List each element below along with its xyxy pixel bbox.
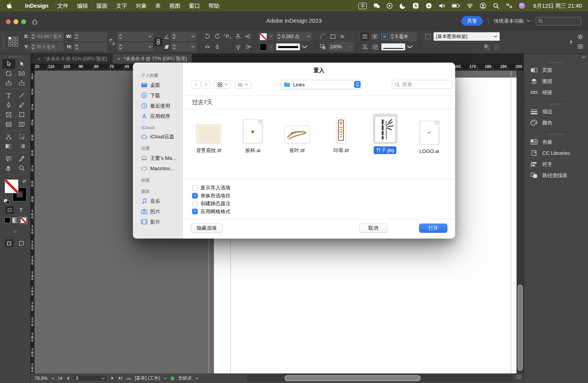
select-child-button[interactable]: [234, 43, 242, 51]
tool-button[interactable]: [15, 59, 28, 69]
tool-button[interactable]: [15, 132, 28, 141]
menubar-item[interactable]: 版面: [92, 3, 112, 9]
wrap-bounding-box-button[interactable]: [371, 32, 379, 41]
workspace-switcher[interactable]: 传统基本功能: [494, 18, 530, 25]
blend-mode-icon[interactable]: [319, 43, 327, 51]
tool-button[interactable]: [2, 69, 15, 78]
tool-button[interactable]: [15, 141, 28, 151]
scale-x-field[interactable]: [118, 32, 153, 41]
y-position-field[interactable]: 36.5 毫米: [30, 43, 63, 51]
preview-mode-button[interactable]: [17, 239, 26, 247]
group-by-select[interactable]: [234, 80, 251, 89]
stepper-icon[interactable]: [31, 33, 35, 40]
menubar-item[interactable]: 文件: [53, 3, 73, 9]
file-thumbnail[interactable]: [243, 120, 262, 143]
file-thumbnail[interactable]: [420, 121, 439, 144]
file-thumbnail[interactable]: [375, 117, 395, 142]
select-container-button[interactable]: ⌜P⌟: [223, 32, 232, 41]
break-link-style-icon[interactable]: [494, 44, 500, 50]
fill-proxy-swatch[interactable]: [5, 179, 18, 193]
wrap-object-shape-button[interactable]: [361, 43, 369, 51]
sidebar-item[interactable]: 最近使用: [133, 101, 182, 111]
page-select-icon[interactable]: [101, 377, 105, 380]
stroke-type-select[interactable]: [276, 43, 300, 50]
wifi-icon[interactable]: [467, 3, 473, 9]
tool-button[interactable]: [2, 91, 15, 100]
preflight-icon[interactable]: [126, 376, 131, 381]
stepper-icon[interactable]: [31, 44, 35, 50]
account-icon[interactable]: [480, 3, 486, 9]
page-number-field[interactable]: 3: [73, 375, 107, 381]
panel-group-drag-handle[interactable]: [550, 134, 562, 135]
file-item[interactable]: 竹子.jpg: [364, 114, 406, 154]
stepper-icon[interactable]: [75, 44, 78, 50]
panel-tab[interactable]: 图层: [524, 76, 588, 87]
panel-drag-handle[interactable]: [3, 34, 4, 50]
tool-button[interactable]: [2, 154, 15, 163]
spotlight-icon[interactable]: [493, 3, 499, 9]
sidebar-item[interactable]: 下载: [133, 90, 182, 101]
frame-fitting-icon[interactable]: [381, 33, 388, 40]
underline-style-select[interactable]: [381, 43, 405, 50]
file-item[interactable]: 印章.tif: [320, 114, 362, 154]
select-next-object-button[interactable]: [244, 32, 252, 41]
sidebar-item[interactable]: 照片: [133, 206, 182, 217]
cancel-button[interactable]: 取消: [359, 224, 388, 233]
s-app-icon[interactable]: S: [412, 3, 419, 9]
link-scale-icon[interactable]: [154, 38, 162, 46]
view-mode-select[interactable]: [214, 80, 231, 89]
stroke-weight-field[interactable]: 0.283 点: [276, 32, 311, 41]
menubar-item[interactable]: 视图: [165, 3, 185, 9]
preflight-status[interactable]: 无错误: [178, 375, 192, 381]
fill-color-swatch[interactable]: [260, 43, 267, 51]
download-circle-icon[interactable]: [426, 3, 432, 9]
panel-tab[interactable]: 色板: [524, 136, 588, 148]
x-position-field[interactable]: -62.667 毫米: [30, 32, 63, 41]
sidebar-item[interactable]: Macintos...: [133, 163, 182, 174]
file-item[interactable]: LOGO.ai: [409, 116, 450, 154]
file-thumbnail[interactable]: [336, 118, 345, 143]
panel-tab[interactable]: 链接: [524, 87, 588, 98]
rotate-cw-button[interactable]: [203, 32, 212, 41]
option-row[interactable]: 替换所选项目: [192, 192, 230, 200]
corner-options-icon[interactable]: [319, 32, 327, 41]
tool-button[interactable]: [15, 69, 28, 78]
tool-button[interactable]: [2, 110, 15, 119]
panel-group-drag-handle[interactable]: [550, 62, 562, 63]
battery-icon[interactable]: [452, 3, 460, 9]
hide-options-button[interactable]: 隐藏选项: [191, 224, 222, 233]
panel-tab[interactable]: CC Libraries: [524, 148, 588, 159]
lightning-icon[interactable]: [569, 38, 573, 45]
zoom-select-icon[interactable]: [51, 377, 55, 380]
apple-menu-icon[interactable]: [6, 3, 12, 9]
checkbox[interactable]: [192, 209, 198, 214]
file-item[interactable]: 茶叶.tif: [276, 114, 318, 154]
sidebar-item[interactable]: 王蕾's Ma...: [133, 153, 182, 163]
rotation-field[interactable]: [171, 32, 196, 41]
panel-tab[interactable]: 页面: [524, 65, 588, 76]
scale-y-field[interactable]: [118, 43, 153, 51]
formatting-affects-text-button[interactable]: T: [17, 206, 25, 214]
menubar-item[interactable]: 窗口: [185, 3, 204, 9]
siri-icon[interactable]: [519, 3, 525, 9]
clear-overrides-icon[interactable]: [484, 44, 490, 50]
tool-button[interactable]: [2, 119, 15, 129]
tool-button[interactable]: [15, 154, 28, 163]
menubar-item[interactable]: 编辑: [73, 3, 92, 9]
corner-shape-icon[interactable]: [329, 32, 337, 41]
sidebar-item[interactable]: 应用程序: [133, 111, 182, 121]
flip-horizontal-button[interactable]: [203, 43, 212, 51]
first-page-button[interactable]: [58, 376, 62, 380]
vertical-scrollbar-thumb[interactable]: [518, 285, 522, 370]
height-field[interactable]: [74, 43, 107, 51]
tool-button[interactable]: [15, 91, 28, 100]
tool-button[interactable]: [15, 163, 28, 173]
close-tab-icon[interactable]: ×: [38, 56, 41, 62]
wrap-offset-field[interactable]: 5 毫米: [389, 32, 416, 41]
play-circle-icon[interactable]: [386, 3, 393, 9]
option-row[interactable]: 应用网格格式: [192, 208, 230, 216]
last-page-button[interactable]: [118, 376, 123, 380]
tool-button[interactable]: [15, 78, 28, 88]
zoom-level[interactable]: 76.8%: [35, 376, 48, 381]
panel-tab[interactable]: 描边: [524, 106, 588, 117]
